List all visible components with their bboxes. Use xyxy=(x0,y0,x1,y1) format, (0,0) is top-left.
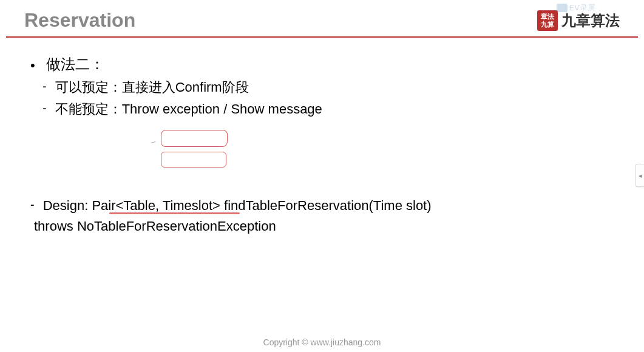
dash-icon: - xyxy=(30,195,35,214)
logo-seal-icon: 章法 九算 xyxy=(537,10,558,31)
watermark: EV录屏 xyxy=(557,2,595,13)
slide-content: • 做法二： - 可以预定：直接进入Confirm阶段 - 不能预定：Throw… xyxy=(0,38,644,237)
bullet-icon: • xyxy=(30,55,35,76)
design-section: - Design: Pair<Table, Timeslot> findTabl… xyxy=(30,195,614,237)
design-line-1-row: - Design: Pair<Table, Timeslot> findTabl… xyxy=(30,195,614,216)
main-bullet-text: 做法二： xyxy=(46,53,104,75)
underline-annotation-icon xyxy=(109,212,240,214)
logo-text: 九章算法 xyxy=(561,11,620,30)
design-line-2-text: throws NoTableForReservationException xyxy=(34,216,614,237)
main-bullet-row: • 做法二： xyxy=(30,53,614,76)
watermark-text: EV录屏 xyxy=(569,2,595,13)
hand-rect-top-icon xyxy=(161,130,228,147)
sub-bullet-row-1: - 可以预定：直接进入Confirm阶段 xyxy=(30,77,614,98)
slide-header: Reservation 章法 九算 九章算法 xyxy=(0,0,644,36)
small-stroke-icon xyxy=(150,139,155,143)
ev-icon xyxy=(557,4,568,12)
slide-title: Reservation xyxy=(24,9,135,32)
dash-icon: - xyxy=(42,99,47,118)
dash-icon: - xyxy=(42,77,47,96)
chevron-left-icon: ◂ xyxy=(639,172,642,180)
copyright-footer: Copyright © www.jiuzhang.com xyxy=(0,337,644,347)
sub-bullet-1-text: 可以预定：直接进入Confirm阶段 xyxy=(55,77,249,98)
side-expand-tab[interactable]: ◂ xyxy=(636,164,644,187)
sub-bullet-row-2: - 不能预定：Throw exception / Show message xyxy=(30,99,614,120)
hand-drawing xyxy=(152,129,237,177)
sub-bullet-2-text: 不能预定：Throw exception / Show message xyxy=(55,99,322,120)
hand-rect-bottom-icon xyxy=(161,152,226,168)
